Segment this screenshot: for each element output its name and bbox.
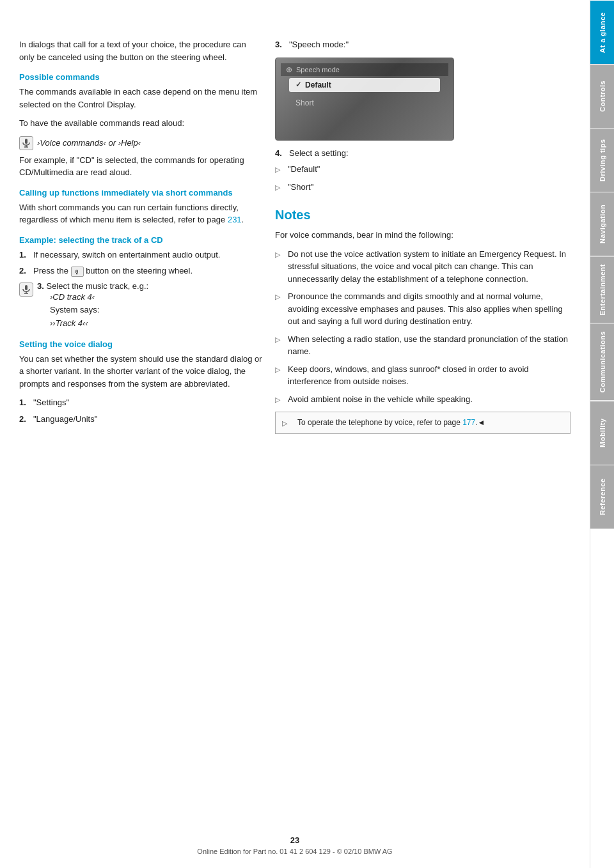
right-step-3-label: "Speech mode:": [289, 38, 349, 51]
step-3-mic-icon: [19, 283, 33, 297]
setting-step-2: 2. "Language/Units": [19, 413, 262, 426]
note-item-2: ▷ Pronounce the commands and digits smoo…: [275, 290, 571, 328]
voice-command-text: ›Voice commands‹ or ›Help‹: [37, 138, 141, 148]
main-content: In dialogs that call for a text of your …: [0, 0, 590, 868]
note-item-4-text: Keep doors, windows, and glass sunroof* …: [288, 363, 571, 388]
note-box-arrow-icon: ▷: [282, 419, 292, 428]
arrow-icon-2: ▷: [275, 182, 283, 194]
right-step-4: 4. Select a setting:: [275, 147, 571, 160]
step-2-text: Press the 🎙 button on the steering wheel…: [33, 265, 193, 277]
note-item-2-text: Pronounce the commands and digits smooth…: [288, 290, 571, 328]
arrow-icon-1: ▷: [275, 164, 283, 176]
sidebar-tab-communications[interactable]: Communications: [590, 323, 614, 400]
sidebar-tab-driving-tips[interactable]: Driving tips: [590, 128, 614, 192]
svg-rect-3: [25, 285, 28, 290]
voice-command-line: ›Voice commands‹ or ›Help‹: [19, 136, 262, 150]
steering-wheel-icon: 🎙: [71, 267, 84, 277]
arrow-icon-7: ▷: [275, 394, 283, 406]
example-heading: Example: selecting the track of a CD: [19, 235, 262, 245]
possible-commands-text2: To have the available commands read alou…: [19, 117, 262, 130]
sidebar-tab-at-a-glance[interactable]: At a glance: [590, 0, 614, 64]
step-3-line-1: ›CD track 4‹: [50, 291, 148, 304]
sidebar-tab-mobility[interactable]: Mobility: [590, 401, 614, 465]
step-3-line-2: System says:: [50, 304, 148, 317]
sidebar-tab-reference[interactable]: Reference: [590, 465, 614, 529]
arrow-icon-3: ▷: [275, 249, 283, 286]
setting-step-1-text: "Settings": [33, 396, 69, 409]
note-item-5: ▷ Avoid ambient noise in the vehicle whi…: [275, 393, 571, 406]
step-1: 1. If necessary, switch on entertainment…: [19, 249, 262, 261]
note-box-page-link[interactable]: 177: [462, 418, 475, 427]
speech-mode-header: ⊕ Speech mode: [281, 63, 448, 76]
speech-mode-option-default: Default: [289, 78, 440, 92]
setting-step-1: 1. "Settings": [19, 396, 262, 409]
svg-rect-0: [25, 139, 28, 144]
sidebar-tab-controls[interactable]: Controls: [590, 64, 614, 128]
right-step-3-num: 3.: [275, 38, 285, 51]
calling-up-page-link[interactable]: 231: [228, 215, 242, 224]
note-item-1-text: Do not use the voice activation system t…: [288, 248, 571, 286]
mic-icon: [19, 136, 33, 150]
setting-voice-text: You can set whether the system should us…: [19, 353, 262, 391]
globe-icon: ⊕: [286, 65, 292, 74]
setting-step-2-num: 2.: [19, 413, 29, 426]
note-item-1: ▷ Do not use the voice activation system…: [275, 248, 571, 286]
setting-voice-heading: Setting the voice dialog: [19, 339, 262, 349]
possible-commands-text3: For example, if "CD" is selected, the co…: [19, 154, 262, 179]
edition-text: Online Edition for Part no. 01 41 2 604 …: [0, 848, 590, 855]
step-3-lines: ›CD track 4‹ System says: ››Track 4‹‹: [50, 291, 148, 330]
step4-option-default: ▷ "Default": [275, 163, 571, 176]
calling-up-text: With short commands you can run certain …: [19, 201, 262, 226]
note-item-4: ▷ Keep doors, windows, and glass sunroof…: [275, 363, 571, 388]
arrow-icon-4: ▷: [275, 291, 283, 328]
page-number: 23: [0, 835, 590, 845]
step-3-content: 3. Select the music track, e.g.: ›CD tra…: [37, 281, 148, 330]
step-2-num: 2.: [19, 265, 29, 277]
possible-commands-text1: The commands available in each case depe…: [19, 86, 262, 111]
step-1-text: If necessary, switch on entertainment au…: [33, 249, 220, 261]
note-box: ▷ To operate the telephone by voice, ref…: [275, 412, 571, 434]
right-column: 3. "Speech mode:" ⊕ Speech mode Default …: [275, 38, 571, 830]
right-step-4-num: 4.: [275, 147, 285, 160]
speech-mode-option-short: Short: [289, 96, 440, 110]
right-step-3: 3. "Speech mode:": [275, 38, 571, 51]
step-3-text: Select the music track, e.g.:: [46, 281, 148, 291]
right-step-4-label: Select a setting:: [289, 147, 349, 160]
calling-up-heading: Calling up functions immediately via sho…: [19, 188, 262, 198]
intro-paragraph: In dialogs that call for a text of your …: [19, 38, 262, 63]
note-item-3-text: When selecting a radio station, use the …: [288, 333, 571, 358]
left-column: In dialogs that call for a text of your …: [19, 38, 262, 830]
step-3: 3. Select the music track, e.g.: ›CD tra…: [19, 281, 262, 330]
setting-step-2-text: "Language/Units": [33, 413, 97, 426]
setting-step-1-num: 1.: [19, 396, 29, 409]
note-item-5-text: Avoid ambient noise in the vehicle while…: [288, 393, 473, 406]
sidebar-tab-entertainment[interactable]: Entertainment: [590, 256, 614, 323]
step-2: 2. Press the 🎙 button on the steering wh…: [19, 265, 262, 277]
step-1-num: 1.: [19, 249, 29, 261]
sidebar: At a glance Controls Driving tips Naviga…: [590, 0, 614, 868]
notes-intro: For voice commands, bear in mind the fol…: [275, 229, 571, 242]
speech-mode-screenshot: ⊕ Speech mode Default Short: [275, 58, 454, 141]
page-footer: 23 Online Edition for Part no. 01 41 2 6…: [0, 835, 590, 855]
notes-heading: Notes: [275, 208, 571, 222]
note-box-text: To operate the telephone by voice, refer…: [297, 417, 485, 428]
step4-default-text: "Default": [288, 163, 320, 176]
step-3-line-3: ››Track 4‹‹: [50, 317, 148, 330]
note-item-3: ▷ When selecting a radio station, use th…: [275, 333, 571, 358]
step4-short-text: "Short": [288, 181, 313, 194]
step-3-num: 3.: [37, 281, 44, 291]
arrow-icon-6: ▷: [275, 364, 283, 388]
step4-option-short: ▷ "Short": [275, 181, 571, 194]
sidebar-tab-navigation[interactable]: Navigation: [590, 192, 614, 256]
possible-commands-heading: Possible commands: [19, 72, 262, 82]
arrow-icon-5: ▷: [275, 334, 283, 358]
